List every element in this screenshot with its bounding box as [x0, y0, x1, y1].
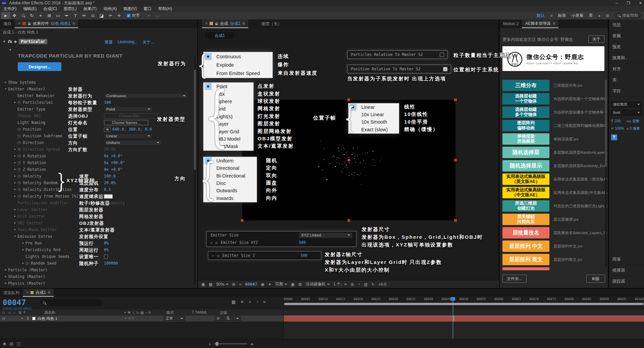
channels-icon[interactable]: ✦	[268, 282, 271, 287]
twirl-icon[interactable]: ►	[13, 168, 17, 171]
param-emission-extras[interactable]: ▼Emission Extras发射额外设置	[0, 233, 197, 240]
script-button-12[interactable]: 层层排列 中文	[502, 240, 549, 252]
menu-[interactable]: 窗口	[144, 6, 152, 12]
fast-preview-icon[interactable]: ◔	[358, 282, 360, 287]
tab-layer-viewer[interactable]: 图层（无）	[258, 19, 285, 28]
comp-mini-icon[interactable]: ▦	[231, 299, 235, 305]
stopwatch-icon[interactable]: ◷	[17, 100, 23, 105]
dock-panel-字符[interactable]: 字符	[609, 86, 644, 97]
stopwatch-icon[interactable]: ◷	[17, 174, 23, 178]
faux-bold-button[interactable]: T	[611, 134, 617, 140]
tab-effect-controls[interactable]: × 效果控件 白色 纯色1 ≡	[15, 19, 78, 28]
param-position[interactable]: ◷Position位置⊕640.0, 360.0, 0.0	[0, 126, 197, 133]
script-button-2[interactable]: 选择层创建多个空物体	[502, 107, 549, 118]
stopwatch-icon[interactable]: ◷	[17, 154, 23, 158]
baseline-field[interactable]: A0 像素	[627, 126, 640, 131]
work-area-bar[interactable]	[283, 303, 644, 305]
twirl-icon[interactable]: ►	[3, 268, 8, 271]
workspace-标准[interactable]: 标准	[558, 13, 566, 18]
expand-icon[interactable]: ◉	[3, 341, 6, 346]
param-physics-master-[interactable]: ►Physics (Master)	[0, 280, 197, 287]
twirl-icon[interactable]: ►	[13, 175, 17, 178]
param-value[interactable]: 20.0%	[104, 147, 116, 152]
motion-blur-icon[interactable]: ◔	[256, 299, 259, 305]
parent-select[interactable]: ⊙无	[215, 316, 241, 321]
param-value[interactable]: 0x +90.0°	[104, 160, 125, 165]
twirl-icon[interactable]: ►	[13, 228, 17, 231]
layer-handle[interactable]	[454, 159, 457, 161]
twirl-icon[interactable]: ▼	[3, 87, 8, 90]
twirl-icon[interactable]: ▼	[13, 235, 17, 238]
menu-f[interactable]: 文件(F)	[3, 6, 16, 12]
fx-badge-icon[interactable]: fx	[8, 39, 12, 44]
script-button-10[interactable]: 层关键帧向前向后	[502, 214, 549, 225]
solo-icon[interactable]: ○	[13, 311, 15, 315]
dock-panel-效果和..[interactable]: 效果和..	[609, 53, 644, 64]
minimize-button[interactable]: ─	[615, 1, 618, 5]
effect-link[interactable]: 关于...	[143, 40, 154, 45]
panel-menu-icon[interactable]: ≡	[553, 21, 555, 26]
lock-icon[interactable]: ⊠	[18, 311, 21, 315]
script-scrollbar[interactable]	[605, 80, 607, 267]
type-tool[interactable]: T	[71, 12, 80, 19]
param-button[interactable]: Choose Names...	[104, 120, 148, 125]
panel-menu-icon[interactable]: ≡	[48, 290, 50, 295]
param-direction-spread[interactable]: ►◷Direction Spread方向扩散20.0%	[0, 146, 197, 153]
clone-stamp-tool[interactable]: ⊙	[89, 12, 97, 19]
tracking-field[interactable]: tT100%	[611, 126, 624, 130]
eraser-tool[interactable]: ◪	[97, 12, 106, 19]
param-value[interactable]: 20.0%	[104, 181, 116, 185]
help-search-input[interactable]: 搜索帮助	[614, 13, 641, 18]
playhead-handle[interactable]	[450, 297, 455, 301]
layer-handle[interactable]	[241, 98, 244, 101]
layer-handle[interactable]	[454, 219, 457, 222]
audio-icon[interactable]: ◁	[8, 311, 10, 315]
layer-duration-bar[interactable]	[283, 316, 644, 322]
tab-render-queue[interactable]: 渲染队列	[0, 288, 23, 297]
refresh-button[interactable]: 刷新	[586, 275, 605, 283]
param-velocity[interactable]: ►◷Velocity速度100.0	[0, 173, 197, 180]
twirl-icon[interactable]: ►	[21, 262, 25, 265]
menu-a[interactable]: 动画(A)	[103, 6, 117, 12]
menu-c[interactable]: 合成(C)	[43, 6, 57, 12]
param-direction[interactable]: ◷Direction方向Uniform	[0, 139, 197, 146]
workspace-default[interactable]: 默认	[537, 13, 545, 18]
param-position-subframe[interactable]: ◷Position Subframe位置子帧Linear	[0, 133, 197, 139]
script-button-6[interactable]: 随机选择显示	[502, 160, 549, 171]
menu-t[interactable]: 效果(T)	[84, 6, 97, 12]
motion-blur-icon[interactable]: ◫	[17, 341, 20, 346]
stopwatch-icon[interactable]: ◷	[17, 140, 23, 145]
preview-timecode[interactable]: 00047	[245, 282, 257, 287]
twirl-icon[interactable]: ►	[3, 282, 8, 285]
zoom-level-select[interactable]: 50%	[216, 282, 228, 287]
param-lights-unique-seeds[interactable]: Lights Unique Seeds设置唯一	[0, 253, 197, 260]
script-button-9[interactable]: 所选三维层创建灯光	[502, 200, 549, 212]
font-size-field[interactable]: T230	[611, 119, 621, 123]
brush-tool[interactable]: ✏	[80, 12, 89, 19]
twirl-icon[interactable]: ►	[13, 181, 17, 184]
layer-expander-icon[interactable]: ▸	[21, 317, 23, 320]
menu-h[interactable]: 帮助(H)	[158, 6, 172, 12]
workspace-overflow[interactable]: »	[598, 13, 600, 18]
lock-icon[interactable]	[215, 22, 218, 25]
twirl-icon[interactable]: ►	[13, 161, 17, 164]
blend-mode-select[interactable]: 正常	[164, 316, 185, 321]
tab-composition[interactable]: × 合成 合成1 ≡	[202, 19, 248, 28]
layer-handle[interactable]	[347, 219, 350, 222]
folder-button[interactable]: 文件夹...	[502, 275, 527, 283]
layer-handle[interactable]	[241, 219, 244, 222]
stopwatch-icon[interactable]: ◷	[25, 261, 31, 265]
param-emitter-type[interactable]: Emitter Type发射器类型Point	[0, 106, 197, 113]
menu-e[interactable]: 编辑(E)	[23, 6, 37, 12]
param-value[interactable]: 100	[104, 100, 111, 105]
draft-3d-icon[interactable]: ✦	[240, 299, 244, 305]
param-dropdown[interactable]: Uniform	[104, 140, 162, 145]
shape-tool[interactable]: ▭	[54, 12, 62, 19]
param-pre-run[interactable]: ►Pre Run预运行0%	[0, 240, 197, 247]
workspace-grid-icon[interactable]: ⊞	[606, 13, 609, 18]
script-button-3[interactable]: 图层阵列偏移动画	[502, 120, 549, 131]
monitor-icon[interactable]: ▣	[201, 282, 205, 287]
param-value[interactable]: 0x +0.0°	[104, 154, 122, 158]
twirl-icon[interactable]: ►	[13, 215, 17, 218]
roi-icon[interactable]: ▣	[291, 282, 294, 287]
